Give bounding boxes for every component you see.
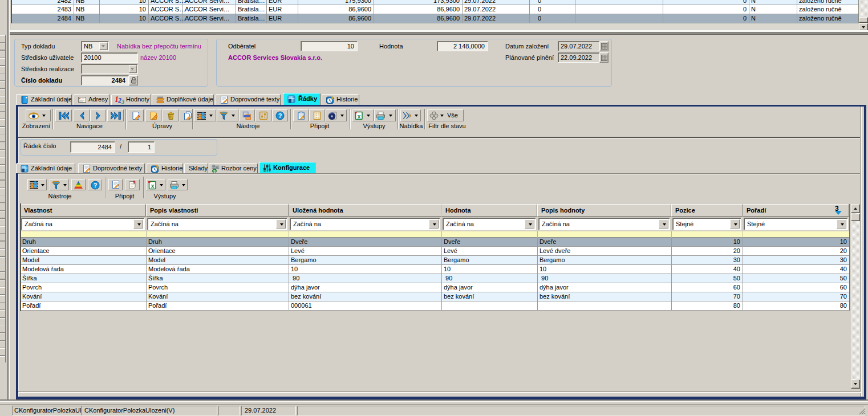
svg-text:?: ?	[94, 182, 98, 189]
svg-text:$: $	[213, 169, 216, 173]
svg-text:x: x	[151, 183, 155, 189]
svg-text:?: ?	[278, 112, 282, 119]
svg-text:x: x	[358, 113, 361, 120]
svg-text:3: 3	[121, 99, 124, 104]
svg-text:2: 2	[117, 96, 121, 104]
